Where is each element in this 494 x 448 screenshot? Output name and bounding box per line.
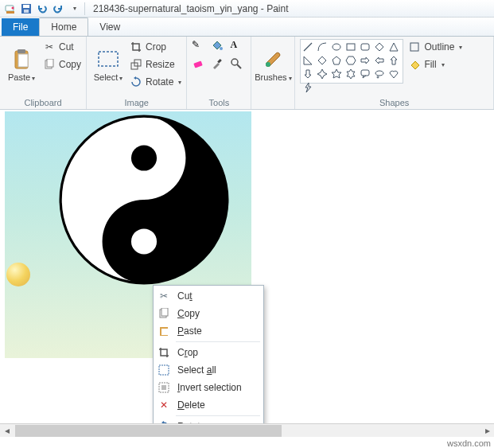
select-button[interactable]: Select bbox=[91, 39, 125, 92]
scroll-left-icon[interactable]: ◂ bbox=[0, 425, 14, 437]
ctx-invert-selection[interactable]: Invert selection bbox=[154, 379, 263, 396]
ctx-cut[interactable]: ✂CutCut bbox=[154, 287, 263, 305]
ctx-paste[interactable]: Paste bbox=[154, 322, 263, 340]
svg-point-14 bbox=[220, 47, 223, 50]
scroll-right-icon[interactable]: ▸ bbox=[480, 425, 494, 437]
eraser-icon[interactable] bbox=[192, 57, 208, 72]
resize-button[interactable]: Resize bbox=[130, 56, 181, 72]
shape-callout-icon[interactable] bbox=[360, 68, 371, 80]
svg-rect-45 bbox=[159, 365, 169, 375]
eyedropper-icon[interactable] bbox=[211, 57, 227, 72]
shape-arrowd-icon[interactable] bbox=[302, 68, 313, 80]
ctx-select-all[interactable]: Select all bbox=[154, 361, 263, 379]
brush-icon bbox=[262, 49, 284, 71]
shape-hexagon-icon[interactable] bbox=[345, 55, 356, 66]
shape-diamond-icon[interactable] bbox=[317, 55, 328, 66]
svg-point-40 bbox=[131, 228, 157, 254]
shape-roundrect-icon[interactable] bbox=[360, 41, 371, 53]
shape-rect-icon[interactable] bbox=[345, 41, 356, 53]
outline-icon bbox=[408, 41, 421, 53]
fill-button[interactable]: Fill bbox=[408, 56, 462, 72]
shapes-gallery[interactable] bbox=[300, 39, 403, 84]
watermark: wsxdn.com bbox=[447, 438, 491, 448]
copy-label: Copy bbox=[59, 59, 81, 70]
paste-button[interactable]: Paste bbox=[5, 39, 38, 92]
shape-lightning-icon[interactable] bbox=[302, 82, 313, 93]
ctx-delete[interactable]: ✕Delete bbox=[154, 396, 263, 414]
tab-view[interactable]: View bbox=[88, 18, 131, 36]
svg-point-34 bbox=[375, 71, 383, 76]
shape-arrowr-icon[interactable] bbox=[360, 55, 371, 66]
svg-rect-15 bbox=[194, 60, 203, 68]
ctx-copy[interactable]: Copy bbox=[154, 305, 263, 322]
svg-point-35 bbox=[377, 76, 379, 78]
cut-button[interactable]: ✂Cut bbox=[43, 39, 81, 55]
shape-star5-icon[interactable] bbox=[331, 68, 342, 80]
group-label-shapes: Shapes bbox=[300, 96, 488, 107]
undo-icon[interactable] bbox=[35, 2, 49, 16]
shape-curve-icon[interactable] bbox=[317, 41, 328, 53]
group-label-brushes-spacer bbox=[256, 96, 290, 107]
ctx-select-all-label: Select all bbox=[177, 364, 216, 376]
svg-line-18 bbox=[237, 64, 241, 68]
tab-home[interactable]: Home bbox=[39, 18, 88, 36]
shape-arrowu-icon[interactable] bbox=[388, 55, 399, 66]
outline-button[interactable]: Outline bbox=[408, 39, 462, 55]
shape-star4-icon[interactable] bbox=[317, 68, 328, 80]
shape-pentagon-icon[interactable] bbox=[331, 55, 342, 66]
shape-arrowl-icon[interactable] bbox=[374, 55, 385, 66]
svg-rect-4 bbox=[23, 5, 29, 8]
shape-star6-icon[interactable] bbox=[345, 68, 356, 80]
group-clipboard: Paste ✂Cut Copy Clipboard bbox=[0, 37, 87, 109]
ribbon: Paste ✂Cut Copy Clipboard Select Crop Re… bbox=[0, 37, 494, 110]
ctx-divider bbox=[176, 341, 260, 342]
text-icon[interactable]: A bbox=[230, 39, 246, 54]
ctx-cut-label: CutCut bbox=[177, 290, 193, 302]
resize-label: Resize bbox=[146, 59, 175, 70]
shape-triangle-icon[interactable] bbox=[388, 41, 399, 53]
canvas-orb bbox=[6, 263, 30, 286]
ctx-delete-label: Delete bbox=[177, 399, 205, 411]
svg-rect-42 bbox=[161, 308, 168, 316]
ctx-crop[interactable]: Crop bbox=[154, 344, 263, 361]
redo-icon[interactable] bbox=[51, 2, 65, 16]
bucket-icon[interactable] bbox=[211, 39, 227, 54]
rotate-button[interactable]: Rotate bbox=[130, 74, 181, 90]
svg-rect-8 bbox=[18, 54, 28, 67]
canvas-area: ✂CutCut Copy Paste Crop Select all Inver… bbox=[0, 110, 494, 435]
qat-customize-icon[interactable] bbox=[67, 2, 81, 16]
svg-rect-44 bbox=[161, 329, 168, 335]
scissors-icon: ✂ bbox=[157, 290, 171, 302]
crop-button[interactable]: Crop bbox=[130, 39, 181, 55]
invert-selection-icon bbox=[157, 382, 171, 393]
svg-rect-33 bbox=[361, 70, 369, 76]
fill-icon bbox=[408, 58, 421, 71]
svg-rect-37 bbox=[410, 43, 418, 51]
save-icon[interactable] bbox=[19, 2, 33, 16]
horizontal-scrollbar[interactable]: ◂ ▸ bbox=[0, 423, 494, 437]
svg-marker-31 bbox=[332, 69, 341, 78]
shape-line-icon[interactable] bbox=[302, 41, 313, 53]
magnifier-icon[interactable] bbox=[230, 57, 246, 72]
pencil-icon[interactable]: ✎ bbox=[192, 39, 208, 54]
delete-icon: ✕ bbox=[157, 399, 171, 411]
shape-polygon-icon[interactable] bbox=[374, 41, 385, 53]
shape-cloud-icon[interactable] bbox=[374, 68, 385, 80]
shape-rtriangle-icon[interactable] bbox=[302, 55, 313, 66]
shape-heart-icon[interactable] bbox=[388, 68, 399, 80]
copy-icon bbox=[43, 58, 56, 71]
scroll-thumb[interactable] bbox=[15, 425, 282, 437]
cut-label: Cut bbox=[59, 41, 74, 53]
copy-button[interactable]: Copy bbox=[43, 56, 81, 72]
copy-icon bbox=[157, 308, 171, 319]
ctx-crop-label: Crop bbox=[177, 347, 198, 358]
svg-rect-10 bbox=[47, 59, 53, 67]
select-all-icon bbox=[157, 364, 171, 376]
svg-point-39 bbox=[131, 146, 157, 171]
svg-point-17 bbox=[231, 59, 238, 65]
tab-file[interactable]: File bbox=[2, 18, 39, 36]
shape-oval-icon[interactable] bbox=[331, 41, 342, 53]
title-bar: 218436-supernatural_taoism_yin_yang - Pa… bbox=[0, 0, 494, 18]
svg-rect-23 bbox=[361, 44, 369, 50]
brushes-button[interactable]: Brushes bbox=[256, 39, 290, 92]
